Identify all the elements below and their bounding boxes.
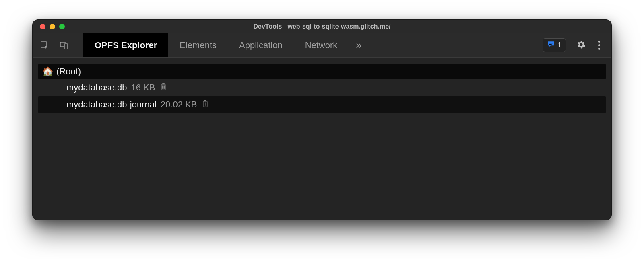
settings-button[interactable] (574, 39, 588, 52)
svg-rect-3 (549, 43, 553, 44)
kebab-icon (598, 41, 600, 50)
device-toolbar-icon[interactable] (58, 39, 70, 52)
root-label: (Root) (56, 66, 81, 77)
issues-badge[interactable]: 1 (543, 38, 566, 52)
more-menu-button[interactable] (592, 39, 606, 52)
window-title: DevTools - web-sql-to-sqlite-wasm.glitch… (33, 23, 611, 30)
tab-application[interactable]: Application (228, 33, 294, 57)
trash-icon (201, 99, 209, 110)
more-tabs-button[interactable]: » (349, 33, 369, 57)
gear-icon (576, 40, 586, 51)
tab-network[interactable]: Network (294, 33, 349, 57)
opfs-explorer-panel: 🏠 (Root) mydatabase.db 16 KB (33, 58, 611, 220)
toolbar-right-group: 1 (537, 33, 611, 57)
title-bar: DevTools - web-sql-to-sqlite-wasm.glitch… (33, 20, 611, 33)
traffic-lights (33, 24, 65, 29)
devtools-window: DevTools - web-sql-to-sqlite-wasm.glitch… (32, 19, 612, 220)
minimize-window-button[interactable] (50, 24, 55, 29)
issues-count: 1 (557, 41, 561, 49)
tab-label: Elements (180, 40, 217, 51)
file-name: mydatabase.db-journal (66, 99, 157, 110)
inspect-element-icon[interactable] (38, 39, 51, 52)
file-row[interactable]: mydatabase.db-journal 20.02 KB (38, 96, 606, 113)
toolbar-divider (77, 40, 77, 51)
chat-icon (547, 40, 555, 50)
file-size: 20.02 KB (161, 99, 197, 110)
toolbar-divider (570, 40, 570, 51)
file-tree: 🏠 (Root) mydatabase.db 16 KB (38, 64, 606, 113)
devtools-tabs: OPFS Explorer Elements Application Netwo… (83, 33, 537, 57)
file-size: 16 KB (131, 82, 155, 93)
delete-file-button[interactable] (159, 83, 168, 92)
tab-label: Network (305, 40, 338, 51)
tab-elements[interactable]: Elements (168, 33, 228, 57)
home-icon: 🏠 (42, 66, 53, 77)
tree-root-row[interactable]: 🏠 (Root) (38, 64, 606, 79)
file-row[interactable]: mydatabase.db 16 KB (38, 79, 606, 96)
close-window-button[interactable] (40, 24, 45, 29)
maximize-window-button[interactable] (59, 24, 65, 29)
tab-opfs-explorer[interactable]: OPFS Explorer (83, 33, 168, 57)
file-name: mydatabase.db (66, 82, 127, 93)
tab-label: OPFS Explorer (95, 40, 157, 51)
svg-rect-2 (64, 44, 68, 49)
devtools-toolbar: OPFS Explorer Elements Application Netwo… (33, 33, 611, 58)
chevron-double-right-icon: » (356, 39, 361, 51)
toolbar-left-group (33, 33, 83, 57)
svg-rect-4 (549, 44, 552, 45)
trash-icon (159, 82, 167, 93)
delete-file-button[interactable] (201, 100, 210, 109)
tab-label: Application (239, 40, 283, 51)
